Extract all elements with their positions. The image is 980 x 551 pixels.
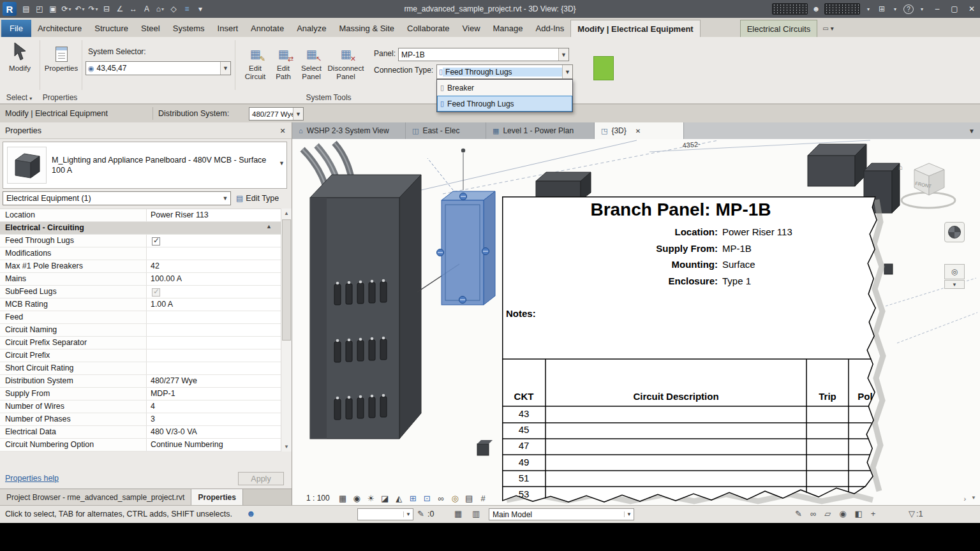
panel-schedule-sheet[interactable]: Branch Panel: MP-1B Location:Power Riser… [502,195,879,505]
property-value[interactable] [147,311,281,323]
chevron-down-icon[interactable]: ▼ [279,160,285,166]
properties-button[interactable]: Properties [45,40,78,73]
close-icon[interactable]: ✕ [278,126,288,136]
property-value[interactable]: MDP-1 [147,388,281,400]
redo-icon[interactable]: ↷▾ [87,3,100,15]
3d-viewport[interactable]: 4352- [292,139,980,505]
show-crop-icon[interactable]: ⊡ [421,492,433,504]
property-value[interactable]: 1.00 A [147,298,281,311]
property-value[interactable]: 4 [147,400,281,413]
properties-palette-header[interactable]: Properties ✕ [0,122,292,139]
edit-circuit-button[interactable]: ▦✎EditCircuit [241,40,269,81]
pinned-select-icon[interactable]: ◉ [839,509,846,518]
app-store-icon[interactable]: ⊞ [877,3,887,15]
dropdown-icon[interactable]: ▾ [890,3,900,15]
aligned-dimension-icon[interactable]: ↔ [127,3,140,15]
chevron-down-icon[interactable]: ▾ [161,6,164,12]
chevron-down-icon[interactable]: ▾ [82,6,85,12]
navigation-wheel-button[interactable] [944,222,965,242]
panel-options-button[interactable]: ▭▾ [817,20,838,37]
close-icon[interactable]: ✕ [965,3,979,15]
drag-select-icon[interactable]: + [871,509,876,518]
selected-panelboard[interactable] [437,191,496,305]
chevron-down-icon[interactable]: ▼ [220,62,230,75]
reveal-hidden-icon[interactable]: ◎ [449,492,461,504]
schedule-ckt-cell[interactable]: 43 [502,406,546,422]
filter-button[interactable]: ▽ :1 [909,509,923,518]
show-constraints-icon[interactable]: # [477,492,489,504]
viewcube[interactable]: FRONT ⌂ [898,163,955,208]
help-icon[interactable]: ? [903,4,914,14]
switchboard-cabinet[interactable] [310,175,421,439]
palette-tab-project[interactable]: Project Browser - rme_advanced_sample_pr… [0,489,191,506]
tab-annotate[interactable]: Annotate [244,20,290,37]
design-option-selector[interactable]: Main Model ▼ [489,508,634,520]
tab-architecture[interactable]: Architecture [31,20,88,37]
tab-modify-electrical-equipment[interactable]: Modify | Electrical Equipment [570,20,700,37]
navbar-chevron-icon[interactable]: ▼ [944,280,965,289]
crop-view-icon[interactable]: ⊞ [407,492,419,504]
edit-path-button[interactable]: ▦⇄EditPath [271,40,296,81]
scroll-down-icon[interactable]: ▼ [281,442,292,452]
temporary-view-properties-icon[interactable]: ▤ [463,492,475,504]
chevron-down-icon[interactable]: ▾ [69,6,71,12]
property-value[interactable]: Continue Numbering [147,439,281,451]
tab-electrical-circuits[interactable]: Electrical Circuits [740,20,818,37]
visual-style-icon[interactable]: ◉ [351,492,363,504]
panel-dropdown[interactable]: MP-1B ▼ [398,48,569,61]
chevron-down-icon[interactable]: ▼ [558,48,568,61]
select-panel-label[interactable]: Select ▾ [0,93,38,102]
editable-only-icon[interactable]: ✎ [795,509,802,518]
property-value[interactable] [147,349,281,362]
connection-type-dropdown-button[interactable]: ▯ Feed Through Lugs ▼ [436,64,573,79]
property-value[interactable] [147,337,281,349]
junction-box[interactable] [536,172,591,200]
measure-icon[interactable]: ∠ [114,3,126,15]
design-options-icon[interactable]: ▥ [472,509,480,518]
shadows-icon[interactable]: ◪ [379,492,391,504]
section-icon[interactable]: ◇ [167,3,180,15]
view-tab-wshp-2-3-system-view[interactable]: ⌂WSHP 2-3 System View [292,122,406,139]
detail-level-icon[interactable]: ▦ [337,492,349,504]
viewcube-home-icon[interactable]: ⌂ [898,163,903,171]
print-icon[interactable]: ⊟ [100,3,113,15]
select-panel-button[interactable]: ▦↖SelectPanel [297,40,325,81]
property-value[interactable]: 480/277 Wye [147,375,281,387]
maximize-icon[interactable]: ▢ [947,3,961,15]
dropdown-icon[interactable]: ▾ [863,3,873,15]
workset-selector[interactable]: ▼ [357,508,413,520]
modify-button[interactable]: Modify [5,40,34,73]
disconnect-panel-button[interactable]: ▦✕DisconnectPanel [325,40,366,81]
worksets-icon[interactable]: ▦ [454,509,462,518]
default-3d-view-icon[interactable]: ⌂▾ [154,3,167,15]
tab-structure[interactable]: Structure [88,20,135,37]
chevron-down-icon[interactable]: ▾ [96,6,98,12]
property-value[interactable] [147,362,281,374]
properties-help-link[interactable]: Properties help [5,474,59,483]
editing-requests-icon[interactable]: ✎ [417,509,424,518]
temporary-hide-isolate-icon[interactable]: ∞ [435,492,447,504]
sun-path-icon[interactable]: ☀ [365,492,377,504]
schedule-ckt-cell[interactable]: 51 [502,471,546,487]
scrollbar-thumb[interactable] [282,219,291,341]
view-scale-button[interactable]: 1 : 100 [306,494,335,503]
tab-add-ins[interactable]: Add-Ins [530,20,571,37]
element-filter-dropdown[interactable]: Electrical Equipment (1) ▼ [3,191,231,205]
schedule-ckt-cell[interactable]: 45 [502,422,546,438]
dropdown-icon[interactable]: ▾ [917,3,927,15]
collapse-icon[interactable]: ▲ [266,223,272,234]
tab-massing-site[interactable]: Massing & Site [332,20,401,37]
property-value[interactable]: 480 V/3-0 VA [147,426,281,438]
system-selector-dropdown[interactable]: ◉ 43,45,47 ▼ [85,61,231,75]
view-tab-overflow-icon[interactable]: ▼ [963,122,980,139]
scroll-up-icon[interactable]: ▲ [281,209,292,218]
property-value[interactable] [147,247,281,260]
type-selector[interactable]: M_Lighting and Appliance Panelboard - 48… [3,142,287,189]
customize-qat-icon[interactable]: ▾ [194,3,207,15]
schedule-ckt-cell[interactable]: 47 [502,438,546,454]
chevron-down-icon[interactable]: ▼ [562,65,572,78]
text-icon[interactable]: A [140,3,153,15]
chevron-down-icon[interactable]: ▾ [831,25,834,32]
property-section-header[interactable]: Electrical - Circuiting▲ [0,222,281,235]
dropdown-item-breaker[interactable]: ▯Breaker [437,80,572,96]
